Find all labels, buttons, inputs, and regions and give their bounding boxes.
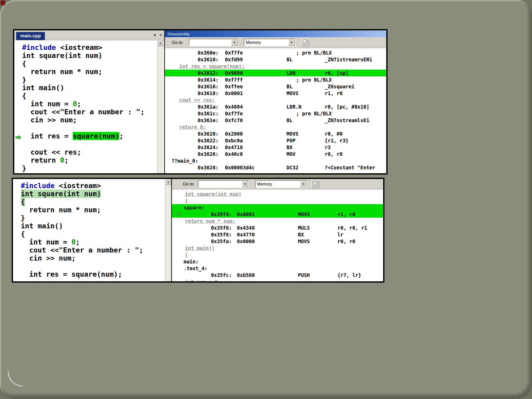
code-text bbox=[21, 270, 29, 278]
chevron-down-icon: ▼ bbox=[153, 33, 157, 37]
asm-opcode: 0xfc70 bbox=[225, 117, 243, 124]
code-line bbox=[21, 262, 165, 270]
code-text bbox=[22, 156, 31, 164]
asm-label: square: bbox=[184, 204, 204, 211]
execution-arrow-icon bbox=[176, 211, 182, 218]
chevron-down-icon: ▼ bbox=[244, 183, 246, 185]
asm-operands: r0, [sp] bbox=[325, 70, 349, 76]
code-view-toggle-button[interactable] bbox=[301, 38, 309, 47]
asm-address: 0x3614: bbox=[198, 76, 218, 83]
asm-opcode: 0xb580 bbox=[237, 272, 255, 278]
asm-opcode: 0x00003d4c bbox=[225, 164, 255, 171]
asm-opcode: 0x4348 bbox=[237, 224, 255, 231]
disassembly-listing[interactable]: int square(int num){square:0x35f4:0x0001… bbox=[172, 189, 383, 281]
goto-label: Go to bbox=[172, 40, 183, 45]
code-text: ; bbox=[76, 238, 80, 246]
tab-list-dropdown-button[interactable]: ▼ bbox=[152, 32, 157, 38]
disasm-instruction: 0x3626:0x46c0MOVr8, r8 bbox=[165, 151, 386, 157]
code-text: ; bbox=[64, 156, 69, 164]
code-line: cout <<"Enter a number : "; bbox=[21, 246, 165, 254]
memory-zone-value: Memory bbox=[244, 40, 288, 45]
code-line: return num * num; bbox=[21, 206, 165, 214]
disasm-instruction: 0x35f6:0x4348MULSr0, r0, r1 bbox=[172, 224, 383, 231]
asm-address: 0x3616: bbox=[198, 83, 218, 90]
disasm-instruction: 0x3618:0x0001MOVSr1, r0 bbox=[165, 90, 386, 97]
asm-operands: r0, [pc, #0x10] bbox=[325, 103, 369, 110]
combo-dropdown-button[interactable]: ▼ bbox=[300, 181, 307, 187]
asm-address: 0x3610: bbox=[198, 56, 218, 63]
close-icon: × bbox=[159, 33, 162, 37]
tab-close-button[interactable]: × bbox=[158, 32, 163, 38]
asm-address: 0x3612: bbox=[198, 70, 218, 76]
asm-mnemonic: ; pre BL/BLX bbox=[296, 110, 332, 117]
code-line: int square(int num) bbox=[21, 190, 165, 198]
memory-zone-combobox[interactable]: Memory ▼ bbox=[244, 39, 295, 46]
asm-mnemonic: MOVS bbox=[287, 90, 298, 97]
asm-operands: ?<Constant "Enter bbox=[325, 164, 375, 171]
top-screenshot-panel: main.cpp ▼ × #include <iostream>int squa… bbox=[13, 29, 388, 175]
asm-opcode: 0xf7ff bbox=[225, 76, 243, 83]
code-text bbox=[22, 132, 31, 140]
disasm-instruction: 0x35fa:0x0000MOVSr0, r0 bbox=[172, 238, 383, 245]
code-text: main() bbox=[34, 222, 63, 230]
disassembly-title-bar: Disassembly bbox=[165, 30, 386, 37]
disassembly-title: Disassembly bbox=[168, 32, 190, 36]
asm-mnemonic: MOV bbox=[287, 151, 295, 157]
scroll-up-button[interactable]: ▲ bbox=[157, 40, 163, 46]
asm-opcode: 0xfd99 bbox=[225, 56, 243, 63]
asm-operands: r1, r0 bbox=[325, 90, 343, 97]
disasm-source-line: cout << res; bbox=[165, 97, 386, 103]
editor-scrollbar[interactable]: ▲ bbox=[157, 40, 163, 173]
tab-main-cpp[interactable]: main.cpp bbox=[16, 32, 45, 40]
asm-operands: lr bbox=[337, 231, 343, 238]
asm-operands: r1, r0 bbox=[337, 211, 355, 218]
combo-dropdown-button[interactable]: ▼ bbox=[288, 39, 295, 46]
editor-scrollbar[interactable]: ▲ bbox=[165, 179, 171, 281]
chevron-down-icon: ▼ bbox=[290, 41, 293, 44]
source-text: int square(int num) bbox=[185, 191, 241, 197]
goto-combobox[interactable]: ▼ bbox=[189, 39, 238, 46]
asm-address: 0x361a: bbox=[198, 103, 218, 110]
disasm-source-line: int square(int num) bbox=[172, 191, 383, 197]
asm-operands: _ZN7ostreamlsEi bbox=[325, 117, 369, 124]
combo-dropdown-button[interactable]: ▼ bbox=[242, 181, 248, 187]
combo-dropdown-button[interactable]: ▼ bbox=[231, 39, 238, 46]
code-line: { bbox=[22, 92, 157, 100]
code-line: #include <iostream> bbox=[22, 43, 157, 51]
asm-address: 0x3622: bbox=[198, 137, 218, 144]
code-text: num) bbox=[80, 190, 101, 198]
scroll-up-button[interactable]: ▲ bbox=[165, 179, 171, 185]
disasm-instruction: 0x3612:0x9800LDRr0, [sp] bbox=[165, 70, 386, 76]
code-line: cin >> num; bbox=[21, 254, 165, 262]
code-view-toggle-button[interactable] bbox=[311, 180, 320, 188]
code-text: res = bbox=[43, 132, 73, 140]
disassembly-listing[interactable]: 0x360e:0xf7fe; pre BL/BLX0x3610:0xfd99BL… bbox=[165, 48, 386, 173]
memory-zone-combobox[interactable]: Memory ▼ bbox=[255, 180, 307, 188]
asm-mnemonic: BL bbox=[287, 117, 292, 124]
code-text bbox=[56, 156, 60, 164]
code-line: cout << res; bbox=[22, 148, 157, 156]
code-text: { bbox=[22, 59, 26, 68]
code-text: square(num) bbox=[73, 132, 119, 140]
source-editor[interactable]: #include <iostream>int square(int num){ … bbox=[13, 179, 165, 281]
code-line: { bbox=[21, 198, 165, 206]
code-text: square( bbox=[34, 190, 67, 198]
asm-mnemonic: ; pre BL/BLX bbox=[296, 49, 332, 56]
asm-address: 0x35f8: bbox=[211, 231, 232, 238]
code-line: int res = square(num); bbox=[21, 270, 165, 278]
source-text: int res = square(num); bbox=[179, 63, 245, 70]
chevron-down-icon: ▼ bbox=[302, 183, 304, 185]
source-text: { bbox=[185, 197, 188, 204]
disasm-source-line: int main() bbox=[172, 245, 383, 251]
source-editor[interactable]: #include <iostream>int square(int num){ … bbox=[14, 40, 157, 173]
disasm-instruction: 0x361a:0x4804LDR.Nr0, [pc, #0x10] bbox=[165, 103, 386, 110]
disasm-label: square: bbox=[172, 204, 383, 211]
code-line: } bbox=[22, 164, 157, 172]
code-text: 0 bbox=[71, 238, 76, 246]
chevron-down-icon: ▼ bbox=[233, 41, 236, 44]
goto-combobox[interactable]: ▼ bbox=[198, 180, 249, 188]
source-text: int main() bbox=[185, 245, 215, 251]
asm-address: 0x35f4: bbox=[211, 211, 232, 218]
asm-mnemonic: BL bbox=[287, 56, 292, 63]
code-line: { bbox=[21, 230, 165, 238]
